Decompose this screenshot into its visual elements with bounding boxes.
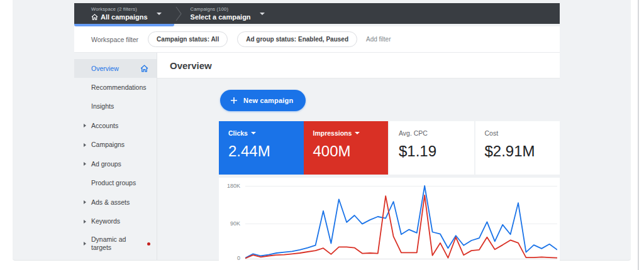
metric-cards-row: Clicks 2.44M Impressions 400M Avg. CPC $… [219,121,560,175]
sidebar-item-label: Keywords [91,217,120,225]
sidebar-item-accounts[interactable]: Accounts [74,116,157,136]
sidebar-item-dynamic-ad-targets[interactable]: Dynamic ad targets [74,231,157,256]
sidebar-item-ads-assets[interactable]: Ads & assets [74,193,157,212]
chevron-down-icon [157,13,162,15]
expand-arrow-icon [84,220,91,224]
sidebar-item-label: Ad groups [91,160,121,168]
metric-value: $1.19 [399,143,465,160]
expand-arrow-icon [84,143,91,147]
add-filter-button[interactable]: Add filter [366,36,391,43]
sidebar-item-recommendations[interactable]: Recommendations [74,78,157,97]
workspace-selector[interactable]: Workspace (2 filters) All campaigns [91,6,162,21]
metric-card-cost[interactable]: Cost $2.91M [475,121,560,175]
y-axis-tick-label: 90K [219,220,240,227]
y-axis-tick-label: 0 [219,255,240,261]
metric-value: 400M [313,143,379,160]
y-axis-tick-label: 180K [219,183,240,189]
workspace-filter-label: Workspace filter [91,36,138,43]
sidebar-item-label: Accounts [91,122,118,130]
main-title-bar: Overview [157,53,560,78]
expand-arrow-icon [84,124,91,127]
sidebar-item-campaigns[interactable]: Campaigns [74,136,157,155]
metric-card-impressions[interactable]: Impressions 400M [304,121,389,175]
sidebar-item-label: Ads & assets [91,198,130,207]
new-campaign-button[interactable]: New campaign [220,90,306,111]
new-campaign-button-label: New campaign [243,97,293,104]
sidebar-item-label: Dynamic ad targets [91,235,136,251]
sidebar-item-insights[interactable]: Insights [74,97,157,117]
workspace-filter-bar: Workspace filter Campaign status: All Ad… [74,26,560,53]
sidebar-item-product-groups[interactable]: Product groups [74,174,157,193]
metric-card-avg-cpc[interactable]: Avg. CPC $1.19 [389,121,474,175]
sidebar-item-label: Product groups [91,179,136,187]
workspace-selector-label: Workspace (2 filters) [91,6,148,12]
clicks-line-series [245,186,557,258]
overview-chart-svg [245,178,557,261]
sidebar-item-label: Insights [91,102,114,111]
metric-value: 2.44M [228,143,294,160]
ad-group-status-filter-chip[interactable]: Ad group status: Enabled, Paused [237,31,357,47]
sidebar-item-label: Campaigns [91,141,125,149]
metric-label: Clicks [228,129,248,137]
google-ads-screenshot: Workspace (2 filters) All campaigns Camp… [74,3,560,261]
sidebar: Overview Recommendations Insights Accoun… [74,53,157,261]
campaign-selector[interactable]: Campaigns (100) Select a campaign [191,6,265,21]
performance-chart-card: 180K 90K 0 [219,178,560,261]
metric-label: Cost [485,129,499,137]
impressions-line-series [245,195,557,259]
metric-label: Avg. CPC [399,129,428,137]
workspace-selector-value: All campaigns [101,13,148,21]
page-right-rule [638,0,639,270]
home-icon [140,65,148,72]
campaign-selector-value: Select a campaign [191,13,251,21]
campaign-selector-label: Campaigns (100) [191,6,251,12]
sidebar-item-overview[interactable]: Overview [74,59,157,78]
notification-dot [147,242,150,246]
expand-arrow-icon [84,162,91,166]
chevron-down-icon [260,13,265,15]
sidebar-item-ad-groups[interactable]: Ad groups [74,154,157,174]
sidebar-item-label: Recommendations [91,84,147,92]
breadcrumb-separator-icon [175,6,182,22]
page-title: Overview [170,60,212,71]
metric-value: $2.91M [485,143,551,160]
home-icon [91,14,98,20]
metric-card-clicks[interactable]: Clicks 2.44M [219,121,304,175]
expand-arrow-icon [84,242,91,246]
chevron-down-icon [355,132,360,134]
top-navigation-bar: Workspace (2 filters) All campaigns Camp… [74,3,560,24]
metric-label: Impressions [313,129,352,137]
expand-arrow-icon [84,200,91,204]
chevron-down-icon [251,132,256,134]
sidebar-item-label: Overview [91,65,119,73]
sidebar-item-keywords[interactable]: Keywords [74,212,157,232]
campaign-status-filter-chip[interactable]: Campaign status: All [148,31,228,47]
plus-icon [230,97,238,104]
